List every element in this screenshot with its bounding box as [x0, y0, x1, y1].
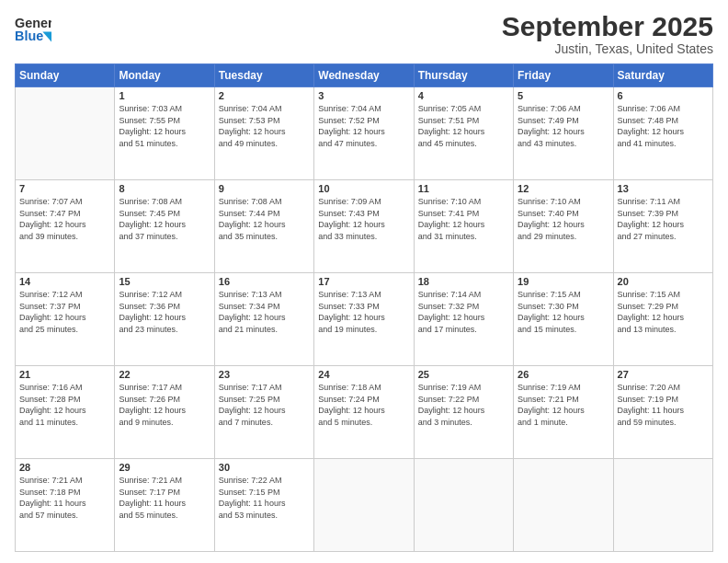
day-info: Sunrise: 7:18 AM Sunset: 7:24 PM Dayligh… — [318, 382, 409, 428]
col-wednesday: Wednesday — [314, 64, 414, 87]
day-number: 14 — [19, 276, 110, 287]
col-thursday: Thursday — [414, 64, 513, 87]
day-info: Sunrise: 7:16 AM Sunset: 7:28 PM Dayligh… — [19, 382, 110, 428]
day-info: Sunrise: 7:05 AM Sunset: 7:51 PM Dayligh… — [418, 103, 509, 149]
svg-text:General: General — [15, 16, 51, 30]
day-info: Sunrise: 7:21 AM Sunset: 7:17 PM Dayligh… — [119, 475, 210, 521]
day-number: 10 — [318, 183, 409, 194]
calendar-cell: 11Sunrise: 7:10 AM Sunset: 7:41 PM Dayli… — [414, 180, 513, 273]
page-header: General Blue September 2025 Justin, Texa… — [15, 11, 713, 56]
calendar-cell: 8Sunrise: 7:08 AM Sunset: 7:45 PM Daylig… — [115, 180, 214, 273]
day-info: Sunrise: 7:15 AM Sunset: 7:30 PM Dayligh… — [518, 289, 609, 335]
calendar-cell: 20Sunrise: 7:15 AM Sunset: 7:29 PM Dayli… — [613, 273, 712, 366]
day-info: Sunrise: 7:03 AM Sunset: 7:55 PM Dayligh… — [119, 103, 210, 149]
day-info: Sunrise: 7:15 AM Sunset: 7:29 PM Dayligh… — [618, 289, 709, 335]
calendar-cell: 1Sunrise: 7:03 AM Sunset: 7:55 PM Daylig… — [115, 87, 214, 180]
day-number: 19 — [518, 276, 609, 287]
day-number: 21 — [19, 369, 110, 380]
calendar-cell: 16Sunrise: 7:13 AM Sunset: 7:34 PM Dayli… — [214, 273, 313, 366]
calendar-cell: 7Sunrise: 7:07 AM Sunset: 7:47 PM Daylig… — [16, 180, 115, 273]
calendar-location: Justin, Texas, United States — [502, 41, 713, 56]
calendar-cell: 17Sunrise: 7:13 AM Sunset: 7:33 PM Dayli… — [314, 273, 414, 366]
day-number: 8 — [119, 183, 210, 194]
calendar-cell: 6Sunrise: 7:06 AM Sunset: 7:48 PM Daylig… — [613, 87, 712, 180]
calendar-row-5: 28Sunrise: 7:21 AM Sunset: 7:18 PM Dayli… — [16, 459, 713, 552]
day-info: Sunrise: 7:09 AM Sunset: 7:43 PM Dayligh… — [318, 196, 409, 242]
day-number: 23 — [219, 369, 310, 380]
calendar-cell: 21Sunrise: 7:16 AM Sunset: 7:28 PM Dayli… — [16, 366, 115, 459]
calendar-cell — [314, 459, 414, 552]
day-number: 24 — [318, 369, 409, 380]
day-info: Sunrise: 7:14 AM Sunset: 7:32 PM Dayligh… — [418, 289, 509, 335]
day-info: Sunrise: 7:21 AM Sunset: 7:18 PM Dayligh… — [19, 475, 110, 521]
calendar-row-4: 21Sunrise: 7:16 AM Sunset: 7:28 PM Dayli… — [16, 366, 713, 459]
day-number: 18 — [418, 276, 509, 287]
day-info: Sunrise: 7:06 AM Sunset: 7:48 PM Dayligh… — [618, 103, 709, 149]
logo: General Blue — [15, 11, 55, 48]
day-number: 7 — [19, 183, 110, 194]
day-info: Sunrise: 7:08 AM Sunset: 7:44 PM Dayligh… — [219, 196, 310, 242]
calendar-cell: 27Sunrise: 7:20 AM Sunset: 7:19 PM Dayli… — [613, 366, 712, 459]
day-number: 1 — [119, 90, 210, 101]
calendar-cell: 5Sunrise: 7:06 AM Sunset: 7:49 PM Daylig… — [514, 87, 613, 180]
day-number: 11 — [418, 183, 509, 194]
day-number: 2 — [219, 90, 310, 101]
day-number: 25 — [418, 369, 509, 380]
col-monday: Monday — [115, 64, 214, 87]
day-info: Sunrise: 7:12 AM Sunset: 7:36 PM Dayligh… — [119, 289, 210, 335]
calendar-cell: 28Sunrise: 7:21 AM Sunset: 7:18 PM Dayli… — [16, 459, 115, 552]
day-info: Sunrise: 7:11 AM Sunset: 7:39 PM Dayligh… — [618, 196, 709, 242]
day-number: 4 — [418, 90, 509, 101]
day-number: 20 — [618, 276, 709, 287]
calendar-cell: 9Sunrise: 7:08 AM Sunset: 7:44 PM Daylig… — [214, 180, 313, 273]
col-friday: Friday — [514, 64, 613, 87]
calendar-title-block: September 2025 Justin, Texas, United Sta… — [502, 11, 713, 56]
calendar-cell: 15Sunrise: 7:12 AM Sunset: 7:36 PM Dayli… — [115, 273, 214, 366]
day-number: 17 — [318, 276, 409, 287]
day-number: 9 — [219, 183, 310, 194]
day-info: Sunrise: 7:17 AM Sunset: 7:25 PM Dayligh… — [219, 382, 310, 428]
day-info: Sunrise: 7:13 AM Sunset: 7:34 PM Dayligh… — [219, 289, 310, 335]
calendar-table: Sunday Monday Tuesday Wednesday Thursday… — [15, 63, 713, 552]
day-info: Sunrise: 7:20 AM Sunset: 7:19 PM Dayligh… — [618, 382, 709, 428]
calendar-cell — [514, 459, 613, 552]
day-info: Sunrise: 7:04 AM Sunset: 7:52 PM Dayligh… — [318, 103, 409, 149]
calendar-cell — [16, 87, 115, 180]
calendar-cell: 19Sunrise: 7:15 AM Sunset: 7:30 PM Dayli… — [514, 273, 613, 366]
calendar-cell — [613, 459, 712, 552]
day-info: Sunrise: 7:22 AM Sunset: 7:15 PM Dayligh… — [219, 475, 310, 521]
calendar-cell: 14Sunrise: 7:12 AM Sunset: 7:37 PM Dayli… — [16, 273, 115, 366]
calendar-cell: 23Sunrise: 7:17 AM Sunset: 7:25 PM Dayli… — [214, 366, 313, 459]
day-number: 15 — [119, 276, 210, 287]
day-info: Sunrise: 7:17 AM Sunset: 7:26 PM Dayligh… — [119, 382, 210, 428]
calendar-cell: 3Sunrise: 7:04 AM Sunset: 7:52 PM Daylig… — [314, 87, 414, 180]
col-tuesday: Tuesday — [214, 64, 313, 87]
day-number: 5 — [518, 90, 609, 101]
day-number: 22 — [119, 369, 210, 380]
calendar-header-row: Sunday Monday Tuesday Wednesday Thursday… — [16, 64, 713, 87]
svg-text:Blue: Blue — [15, 29, 43, 43]
calendar-cell: 18Sunrise: 7:14 AM Sunset: 7:32 PM Dayli… — [414, 273, 513, 366]
day-info: Sunrise: 7:19 AM Sunset: 7:22 PM Dayligh… — [418, 382, 509, 428]
day-number: 27 — [618, 369, 709, 380]
day-info: Sunrise: 7:07 AM Sunset: 7:47 PM Dayligh… — [19, 196, 110, 242]
calendar-cell: 24Sunrise: 7:18 AM Sunset: 7:24 PM Dayli… — [314, 366, 414, 459]
day-info: Sunrise: 7:06 AM Sunset: 7:49 PM Dayligh… — [518, 103, 609, 149]
day-info: Sunrise: 7:19 AM Sunset: 7:21 PM Dayligh… — [518, 382, 609, 428]
day-info: Sunrise: 7:08 AM Sunset: 7:45 PM Dayligh… — [119, 196, 210, 242]
day-info: Sunrise: 7:04 AM Sunset: 7:53 PM Dayligh… — [219, 103, 310, 149]
calendar-row-2: 7Sunrise: 7:07 AM Sunset: 7:47 PM Daylig… — [16, 180, 713, 273]
calendar-cell: 29Sunrise: 7:21 AM Sunset: 7:17 PM Dayli… — [115, 459, 214, 552]
day-number: 30 — [219, 462, 310, 473]
svg-marker-2 — [42, 31, 51, 41]
calendar-row-1: 1Sunrise: 7:03 AM Sunset: 7:55 PM Daylig… — [16, 87, 713, 180]
calendar-cell: 12Sunrise: 7:10 AM Sunset: 7:40 PM Dayli… — [514, 180, 613, 273]
calendar-cell: 4Sunrise: 7:05 AM Sunset: 7:51 PM Daylig… — [414, 87, 513, 180]
day-number: 28 — [19, 462, 110, 473]
day-number: 13 — [618, 183, 709, 194]
day-number: 26 — [518, 369, 609, 380]
calendar-row-3: 14Sunrise: 7:12 AM Sunset: 7:37 PM Dayli… — [16, 273, 713, 366]
day-info: Sunrise: 7:13 AM Sunset: 7:33 PM Dayligh… — [318, 289, 409, 335]
day-info: Sunrise: 7:10 AM Sunset: 7:41 PM Dayligh… — [418, 196, 509, 242]
day-number: 29 — [119, 462, 210, 473]
